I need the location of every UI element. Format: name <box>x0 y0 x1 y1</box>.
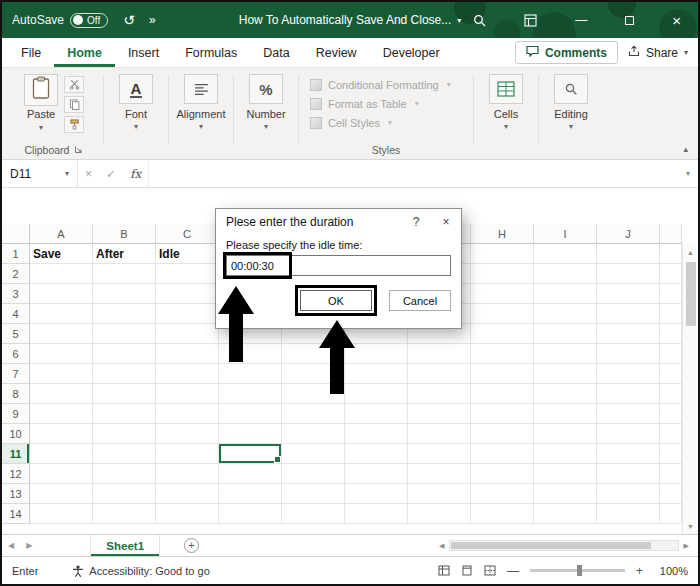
cell-I10[interactable] <box>534 424 597 444</box>
cell-C4[interactable] <box>156 304 219 324</box>
cell-C8[interactable] <box>156 384 219 404</box>
cell-G10[interactable] <box>408 424 471 444</box>
cell-J1[interactable] <box>597 244 660 264</box>
cell-B2[interactable] <box>93 264 156 284</box>
cell-I8[interactable] <box>534 384 597 404</box>
row-header-7[interactable]: 7 <box>2 364 30 384</box>
cell-H3[interactable] <box>471 284 534 304</box>
chevron-down-icon[interactable]: ▾ <box>569 122 573 131</box>
cell-G13[interactable] <box>408 484 471 504</box>
cell-F12[interactable] <box>345 464 408 484</box>
zoom-percentage[interactable]: 100% <box>654 565 688 577</box>
editing-button[interactable] <box>554 74 588 104</box>
autosave-toggle[interactable]: AutoSave Off <box>12 13 108 28</box>
format-as-table-button[interactable]: Format as Table ▾ <box>310 94 466 113</box>
cell-F14[interactable] <box>345 504 408 524</box>
column-header-A[interactable]: A <box>30 224 93 244</box>
cell-H12[interactable] <box>471 464 534 484</box>
cell-A3[interactable] <box>30 284 93 304</box>
row-header-4[interactable]: 4 <box>2 304 30 324</box>
name-box[interactable]: D11 ▾ <box>2 160 78 187</box>
cell-I11[interactable] <box>534 444 597 464</box>
comments-button[interactable]: Comments <box>515 41 618 64</box>
normal-view-icon[interactable] <box>438 565 450 576</box>
chevron-down-icon[interactable]: ▾ <box>65 169 69 178</box>
row-header-2[interactable]: 2 <box>2 264 30 284</box>
cell-D6[interactable] <box>219 344 282 364</box>
ribbon-display-options-icon[interactable] <box>517 14 544 27</box>
cell-H7[interactable] <box>471 364 534 384</box>
sheet-tab-sheet1[interactable]: Sheet1 <box>90 535 160 556</box>
cell-D13[interactable] <box>219 484 282 504</box>
quick-access-more-icon[interactable]: » <box>142 13 163 27</box>
cell-A10[interactable] <box>30 424 93 444</box>
cell-A13[interactable] <box>30 484 93 504</box>
cell-F7[interactable] <box>345 364 408 384</box>
cell-J2[interactable] <box>597 264 660 284</box>
cell-C12[interactable] <box>156 464 219 484</box>
cell-partial-3[interactable] <box>660 284 682 304</box>
window-title[interactable]: How To Automatically Save And Close... ▾ <box>239 13 462 27</box>
cell-B3[interactable] <box>93 284 156 304</box>
column-header-J[interactable]: J <box>597 224 660 244</box>
cell-D14[interactable] <box>219 504 282 524</box>
zoom-slider[interactable] <box>530 569 625 572</box>
cell-A6[interactable] <box>30 344 93 364</box>
select-all-corner[interactable] <box>2 224 30 244</box>
cell-H5[interactable] <box>471 324 534 344</box>
row-header-9[interactable]: 9 <box>2 404 30 424</box>
font-group-label[interactable]: Font <box>125 108 147 120</box>
column-header-B[interactable]: B <box>93 224 156 244</box>
cell-F6[interactable] <box>345 344 408 364</box>
cell-B10[interactable] <box>93 424 156 444</box>
editing-group-label[interactable]: Editing <box>554 108 588 120</box>
next-sheet-icon[interactable]: ▶ <box>20 541 38 550</box>
cell-partial-14[interactable] <box>660 504 682 524</box>
cell-E11[interactable] <box>282 444 345 464</box>
cell-A12[interactable] <box>30 464 93 484</box>
cell-B8[interactable] <box>93 384 156 404</box>
cancel-button[interactable]: Cancel <box>389 290 451 311</box>
cell-A4[interactable] <box>30 304 93 324</box>
chevron-down-icon[interactable]: ▾ <box>504 122 508 131</box>
cell-E6[interactable] <box>282 344 345 364</box>
scroll-down-icon[interactable]: ▼ <box>687 518 694 534</box>
cell-E12[interactable] <box>282 464 345 484</box>
vertical-scroll-thumb[interactable] <box>686 262 696 326</box>
cell-partial-12[interactable] <box>660 464 682 484</box>
cell-F13[interactable] <box>345 484 408 504</box>
row-header-8[interactable]: 8 <box>2 384 30 404</box>
search-icon[interactable] <box>466 14 493 27</box>
cell-H6[interactable] <box>471 344 534 364</box>
cancel-entry-icon[interactable]: × <box>78 160 99 187</box>
horizontal-scroll-track[interactable] <box>449 540 678 551</box>
cut-button[interactable] <box>64 76 84 93</box>
tab-formulas[interactable]: Formulas <box>172 38 250 67</box>
accessibility-status[interactable]: Accessibility: Good to go <box>72 565 209 577</box>
cell-A2[interactable] <box>30 264 93 284</box>
collapse-ribbon-icon[interactable]: ▴ <box>683 144 688 154</box>
maximize-button[interactable] <box>618 16 641 25</box>
cell-C11[interactable] <box>156 444 219 464</box>
cell-C9[interactable] <box>156 404 219 424</box>
cell-J9[interactable] <box>597 404 660 424</box>
tab-data[interactable]: Data <box>250 38 302 67</box>
cell-A8[interactable] <box>30 384 93 404</box>
cell-J11[interactable] <box>597 444 660 464</box>
autosave-switch[interactable]: Off <box>70 13 108 28</box>
vertical-scrollbar[interactable]: ▲ ▼ <box>682 244 698 534</box>
cell-partial-7[interactable] <box>660 364 682 384</box>
dialog-help-button[interactable]: ? <box>401 209 431 235</box>
alignment-button[interactable] <box>184 74 218 104</box>
number-button[interactable]: % <box>249 74 283 104</box>
column-header-C[interactable]: C <box>156 224 219 244</box>
row-header-12[interactable]: 12 <box>2 464 30 484</box>
cell-C1[interactable]: Idle <box>156 244 219 264</box>
cell-H2[interactable] <box>471 264 534 284</box>
cell-I13[interactable] <box>534 484 597 504</box>
cell-F10[interactable] <box>345 424 408 444</box>
insert-function-icon[interactable]: fx <box>123 160 148 187</box>
cell-G14[interactable] <box>408 504 471 524</box>
cell-partial-11[interactable] <box>660 444 682 464</box>
cells-button[interactable] <box>489 74 523 104</box>
